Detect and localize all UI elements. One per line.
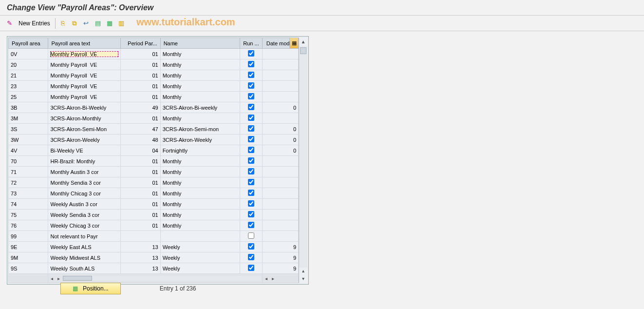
text-input[interactable] — [50, 105, 118, 111]
col-header-text[interactable]: Payroll area text — [48, 38, 121, 49]
area-input[interactable] — [11, 73, 46, 78]
copy-icon[interactable]: ⎘ — [58, 19, 67, 28]
text-input[interactable] — [50, 116, 118, 121]
position-button[interactable]: ▦ Position... — [60, 283, 121, 294]
vertical-scrollbar[interactable]: ▲ ▴ ▾ — [299, 38, 307, 283]
table-row[interactable]: 01Monthly — [9, 113, 299, 124]
run-checkbox[interactable] — [248, 232, 254, 239]
horizontal-scrollbar[interactable]: ◂▸ — [48, 274, 262, 283]
area-input[interactable] — [11, 116, 46, 121]
run-checkbox[interactable] — [248, 50, 254, 57]
run-checkbox[interactable] — [248, 200, 254, 207]
select-all-icon[interactable]: ▤ — [94, 19, 102, 28]
run-checkbox[interactable] — [248, 157, 254, 164]
table-row[interactable]: 01Monthly — [9, 70, 299, 81]
area-input[interactable] — [11, 255, 46, 261]
col-header-area[interactable]: Payroll area — [9, 38, 48, 49]
area-input[interactable] — [11, 169, 46, 175]
text-input[interactable] — [50, 73, 118, 78]
col-header-period[interactable]: Period Par... — [121, 38, 160, 49]
text-input[interactable] — [50, 223, 118, 229]
table-row[interactable]: 13Weekly9 — [9, 252, 299, 263]
col-header-name[interactable]: Name — [160, 38, 240, 49]
area-input[interactable] — [11, 62, 46, 68]
text-input[interactable] — [50, 180, 118, 186]
text-input[interactable] — [50, 201, 118, 207]
copy-all-icon[interactable]: ⧉ — [70, 19, 79, 28]
area-input[interactable] — [11, 180, 46, 186]
scroll-down-small-icon[interactable]: ▴ — [299, 268, 307, 274]
table-row[interactable]: 01Monthly — [9, 167, 299, 177]
run-checkbox[interactable] — [248, 147, 254, 153]
new-entries-button[interactable]: New Entries — [17, 18, 56, 29]
text-input[interactable] — [50, 158, 118, 164]
run-checkbox[interactable] — [248, 125, 254, 132]
table-row[interactable]: 483CRS-Akron-Weekly0 — [9, 135, 299, 145]
scroll-right-icon[interactable]: ▸ — [55, 276, 62, 281]
text-input[interactable] — [50, 233, 118, 239]
table-row[interactable]: 01Monthly — [9, 49, 299, 59]
area-input[interactable] — [11, 201, 46, 207]
text-input[interactable] — [50, 191, 118, 196]
text-input[interactable] — [50, 266, 118, 271]
run-checkbox[interactable] — [248, 190, 254, 196]
text-input[interactable] — [50, 94, 118, 100]
text-input[interactable] — [50, 212, 118, 218]
text-input[interactable] — [50, 51, 118, 57]
run-checkbox[interactable] — [248, 168, 254, 174]
text-input[interactable] — [50, 126, 118, 132]
col-header-run[interactable]: Run ... — [240, 38, 263, 49]
col-header-date[interactable]: Date modi... ▦ — [263, 38, 299, 49]
scroll-thumb[interactable] — [300, 47, 306, 54]
table-row[interactable]: 01Monthly — [9, 177, 299, 188]
area-input[interactable] — [11, 83, 46, 89]
text-input[interactable] — [50, 244, 118, 250]
scroll-left-icon[interactable]: ◂ — [263, 276, 269, 281]
table-row[interactable]: 01Monthly — [9, 81, 299, 92]
scroll-up-icon[interactable]: ▲ — [299, 38, 307, 46]
area-input[interactable] — [11, 212, 46, 218]
area-input[interactable] — [11, 244, 46, 250]
table-row[interactable]: 01Monthly — [9, 220, 299, 231]
text-input[interactable] — [50, 83, 118, 89]
area-input[interactable] — [11, 233, 46, 239]
run-checkbox[interactable] — [248, 222, 254, 228]
area-input[interactable] — [11, 191, 46, 196]
deselect-all-icon[interactable]: ▥ — [117, 19, 126, 28]
table-row[interactable]: 01Monthly — [9, 156, 299, 167]
text-input[interactable] — [50, 255, 118, 261]
table-row[interactable]: 01Monthly — [9, 188, 299, 199]
run-checkbox[interactable] — [248, 115, 254, 121]
table-row[interactable]: 01Monthly — [9, 210, 299, 220]
run-checkbox[interactable] — [248, 61, 254, 67]
area-input[interactable] — [11, 51, 46, 57]
table-row[interactable]: 01Monthly — [9, 199, 299, 210]
area-input[interactable] — [11, 158, 46, 164]
table-row[interactable]: 04Fortnightly0 — [9, 145, 299, 156]
table-settings-icon[interactable]: ▦ — [289, 38, 298, 48]
run-checkbox[interactable] — [248, 136, 254, 142]
area-input[interactable] — [11, 137, 46, 143]
select-block-icon[interactable]: ▦ — [105, 19, 114, 28]
text-input[interactable] — [50, 148, 118, 154]
run-checkbox[interactable] — [248, 179, 254, 185]
text-input[interactable] — [50, 137, 118, 143]
run-checkbox[interactable] — [248, 265, 254, 271]
area-input[interactable] — [11, 94, 46, 100]
run-checkbox[interactable] — [248, 211, 254, 217]
table-row[interactable]: 01Monthly — [9, 92, 299, 102]
scroll-right-icon[interactable]: ▸ — [269, 276, 276, 281]
area-input[interactable] — [11, 105, 46, 111]
run-checkbox[interactable] — [248, 72, 254, 78]
wand-icon[interactable]: ✎ — [5, 19, 14, 28]
text-input[interactable] — [50, 62, 118, 68]
table-row[interactable]: 01Monthly — [9, 59, 299, 70]
table-row[interactable]: 473CRS-Akron-Semi-mon0 — [9, 124, 299, 135]
scroll-left-icon[interactable]: ◂ — [48, 276, 55, 281]
area-input[interactable] — [11, 148, 46, 154]
scroll-down-icon[interactable]: ▾ — [299, 274, 307, 283]
table-row[interactable]: 493CRS-Akron-Bi-weekly0 — [9, 102, 299, 113]
run-checkbox[interactable] — [248, 104, 254, 110]
hscroll-thumb[interactable] — [63, 276, 92, 281]
area-input[interactable] — [11, 126, 46, 132]
